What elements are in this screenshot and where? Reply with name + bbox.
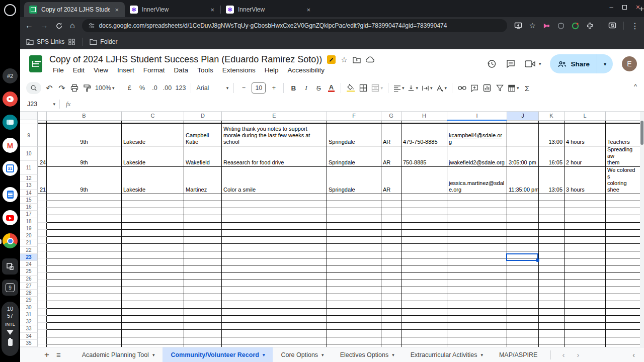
cell-F10[interactable]: Springdale: [327, 146, 381, 166]
col-header-J[interactable]: J: [507, 112, 539, 120]
cell-I13[interactable]: [447, 201, 507, 208]
cell-L16[interactable]: [565, 222, 606, 229]
cell-K23[interactable]: [539, 273, 565, 280]
cell-B21[interactable]: [47, 258, 122, 265]
cell-B9[interactable]: 9th: [47, 123, 122, 146]
cell-F27[interactable]: [327, 301, 381, 308]
cell-H24[interactable]: [401, 280, 447, 287]
cell-F30[interactable]: [327, 323, 381, 330]
cell-E9[interactable]: Writing thank you notes to support moral…: [222, 123, 327, 146]
row-header-30[interactable]: 30: [20, 304, 38, 311]
cell-D24[interactable]: [184, 280, 222, 287]
cell-D29[interactable]: [184, 315, 222, 322]
cell-E26[interactable]: [222, 294, 327, 301]
col-header-K[interactable]: K: [539, 112, 565, 120]
cell-C22[interactable]: [122, 265, 184, 273]
cell-K12[interactable]: [539, 194, 565, 201]
cell-G28[interactable]: [381, 308, 401, 315]
row-header-12[interactable]: 12: [20, 175, 38, 182]
cell-M18[interactable]: [606, 237, 640, 244]
bookmark-star-icon[interactable]: ☆: [529, 21, 536, 30]
cell-F16[interactable]: [327, 222, 381, 229]
cell-H10[interactable]: 750-8885: [401, 146, 447, 166]
cell-D22[interactable]: [184, 265, 222, 273]
cell-G29[interactable]: [381, 315, 401, 322]
cell-K20[interactable]: [539, 251, 565, 258]
cell-E27[interactable]: [222, 301, 327, 308]
cell-F26[interactable]: [327, 294, 381, 301]
tab-close-icon[interactable]: ×: [305, 6, 311, 14]
cell-I21[interactable]: [447, 258, 507, 265]
row-header-32[interactable]: 32: [20, 318, 38, 325]
col-header-M[interactable]: [606, 112, 640, 120]
cell-L30[interactable]: [565, 323, 606, 330]
cell-B26[interactable]: [47, 294, 122, 301]
cell-H21[interactable]: [401, 258, 447, 265]
cell-L31[interactable]: [565, 330, 606, 337]
cell-D18[interactable]: [184, 237, 222, 244]
cell-M27[interactable]: [606, 301, 640, 308]
italic-button[interactable]: I: [301, 82, 310, 94]
cell-M29[interactable]: [606, 315, 640, 322]
row-header-19[interactable]: 19: [20, 225, 38, 232]
cell-B29[interactable]: [47, 315, 122, 322]
cell-A14[interactable]: [38, 208, 47, 215]
cell-K28[interactable]: [539, 308, 565, 315]
cell-J29[interactable]: [507, 315, 539, 322]
cell-G19[interactable]: [381, 244, 401, 251]
row-header-33[interactable]: 33: [20, 325, 38, 332]
cell-E28[interactable]: [222, 308, 327, 315]
cell-G16[interactable]: [381, 222, 401, 229]
col-header-G[interactable]: G: [381, 112, 401, 120]
cell-M17[interactable]: [606, 229, 640, 236]
cell-B12[interactable]: [47, 194, 122, 201]
site-settings-icon[interactable]: [88, 22, 95, 29]
back-icon[interactable]: ←: [25, 21, 33, 30]
reload-icon[interactable]: [55, 22, 63, 30]
cell-I11[interactable]: jessica.martinez@sdale.org: [447, 166, 507, 194]
version-history-icon[interactable]: [487, 59, 497, 69]
cell-F11[interactable]: Springdale: [327, 166, 381, 194]
cell-G18[interactable]: [381, 237, 401, 244]
cell-G24[interactable]: [381, 280, 401, 287]
search-icon[interactable]: [26, 82, 41, 94]
cell-J27[interactable]: [507, 301, 539, 308]
docs-app-icon[interactable]: [3, 187, 18, 202]
row-header-13[interactable]: 13: [20, 182, 38, 189]
bookmark-apps-grid[interactable]: [68, 39, 75, 45]
cell-D28[interactable]: [184, 308, 222, 315]
cell-I24[interactable]: [447, 280, 507, 287]
col-header-C[interactable]: C: [122, 112, 184, 120]
cell-H28[interactable]: [401, 308, 447, 315]
cell-K18[interactable]: [539, 237, 565, 244]
cell-E22[interactable]: [222, 265, 327, 273]
menu-help[interactable]: Help: [261, 65, 282, 75]
cell-J25[interactable]: [507, 287, 539, 294]
window-badge[interactable]: #2: [3, 68, 18, 83]
cell-K11[interactable]: 13:05: [539, 166, 565, 194]
cell-F25[interactable]: [327, 287, 381, 294]
cell-D10[interactable]: Wakefield: [184, 146, 222, 166]
cell-D23[interactable]: [184, 273, 222, 280]
cell-D26[interactable]: [184, 294, 222, 301]
sheet-nav-right-icon[interactable]: ›: [571, 350, 585, 359]
cell-I10[interactable]: jwakefield2@sdale.org: [447, 146, 507, 166]
cell-H27[interactable]: [401, 301, 447, 308]
restore-icon[interactable]: [622, 5, 627, 10]
cell-E13[interactable]: [222, 201, 327, 208]
cell-A30[interactable]: [38, 323, 47, 330]
cell-L32[interactable]: [565, 337, 606, 344]
cell-A20[interactable]: [38, 251, 47, 258]
selected-cell-outline[interactable]: [506, 253, 538, 261]
cell-G31[interactable]: [381, 330, 401, 337]
cell-E32[interactable]: [222, 337, 327, 344]
cell-L19[interactable]: [565, 244, 606, 251]
cell-G9[interactable]: AR: [381, 123, 401, 146]
move-to-folder-icon[interactable]: [353, 56, 361, 63]
row-header-24[interactable]: 24: [20, 261, 38, 268]
cell-A16[interactable]: [38, 222, 47, 229]
cell-D27[interactable]: [184, 301, 222, 308]
cell-E24[interactable]: [222, 280, 327, 287]
news-app-icon[interactable]: [3, 115, 18, 130]
share-button[interactable]: Share ▾: [550, 54, 613, 73]
